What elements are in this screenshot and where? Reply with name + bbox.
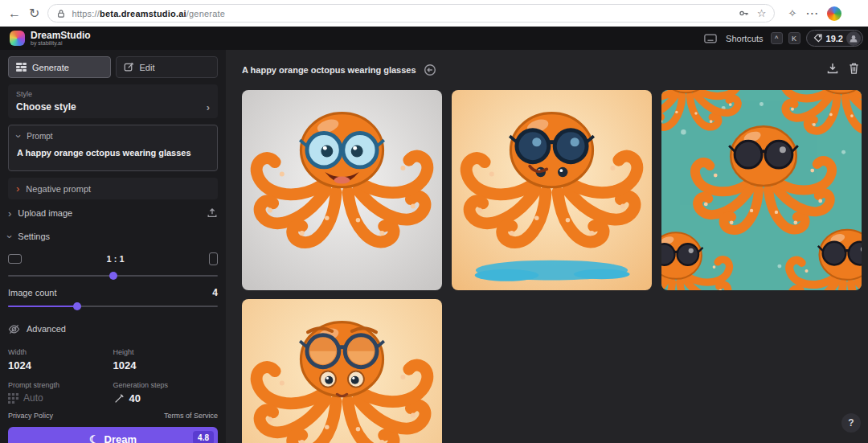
credits-pill[interactable]: 19.2 [806,30,863,47]
image-count-value: 4 [212,287,218,298]
reload-icon[interactable]: ↻ [29,7,39,20]
generated-image-3[interactable] [661,90,862,290]
url-text: https://beta.dreamstudio.ai/generate [72,9,225,18]
advanced-toggle[interactable]: Advanced [8,319,218,338]
privacy-policy-link[interactable]: Privacy Policy [8,412,53,420]
width-label: Width [8,348,113,356]
style-value: Choose style [16,101,76,113]
keyboard-icon [704,34,717,43]
prompt-strength-label: Prompt strength [8,381,113,389]
grid-dots-icon [8,393,18,404]
tab-edit-label: Edit [140,63,155,72]
password-key-icon[interactable] [739,8,749,18]
chevron-right-icon[interactable]: › [16,183,19,194]
negative-prompt-toggle[interactable]: › Negative prompt [8,178,218,199]
delete-icon[interactable] [848,62,860,75]
generation-results: A happy orange octopus wearing glasses [226,50,868,443]
upload-image-label: Upload image [18,208,72,218]
advanced-label: Advanced [27,324,66,334]
address-bar[interactable]: https://beta.dreamstudio.ai/generate ☆ [47,4,775,23]
height-field[interactable]: Height 1024 [113,348,219,371]
upload-image-row[interactable]: › Upload image [8,203,218,223]
lock-icon [56,9,66,18]
prompt-label: Prompt [27,132,52,141]
shortcut-keycap-ctrl: ^ [771,32,783,44]
terms-of-service-link[interactable]: Terms of Service [164,412,218,420]
generation-steps-field[interactable]: Generation steps 40 [113,381,219,404]
brand-block: DreamStudio by stability.ai [31,31,91,47]
tab-generate-label: Generate [32,63,69,72]
generation-steps-label: Generation steps [113,381,219,389]
app-title: DreamStudio [31,31,91,40]
prompt-strength-value[interactable]: Auto [23,392,43,404]
edit-pencil-icon [124,62,134,72]
chevron-down-icon: › [5,235,15,238]
aspect-ratio-value: 1 : 1 [22,254,209,264]
upload-icon[interactable] [207,207,218,219]
shortcuts-label[interactable]: Shortcuts [726,34,763,43]
settings-toggle[interactable]: › Settings [8,227,218,246]
generated-image-4[interactable] [242,299,442,443]
width-value[interactable]: 1024 [8,359,113,371]
aspect-ratio-slider-knob[interactable] [109,272,117,280]
chevron-down-icon[interactable]: › [14,134,24,137]
chevron-right-icon: › [8,208,11,219]
moon-icon: ☾ [89,433,99,443]
image-count-label: Image count [8,288,57,297]
image-count-slider-knob[interactable] [73,302,81,310]
landscape-ratio-icon[interactable] [8,254,22,264]
generated-image-2[interactable] [452,90,652,290]
user-avatar[interactable] [846,31,861,46]
generate-grid-icon [16,63,27,72]
height-value[interactable]: 1024 [113,359,219,371]
credits-tag-icon [813,34,823,43]
tab-edit[interactable]: Edit [116,56,219,78]
app-header: DreamStudio by stability.ai Shortcuts ^ … [0,27,868,50]
extensions-icon[interactable]: ✧ [788,8,796,18]
sidebar: Generate Edit Style Choose style › › Pro… [0,50,226,443]
bookmark-star-icon[interactable]: ☆ [757,8,767,18]
app-subtitle: by stability.ai [31,40,91,47]
image-count-row: Image count 4 [8,285,218,300]
chevron-right-icon: › [207,102,210,113]
generated-image-1[interactable] [242,90,442,290]
portrait-ratio-icon[interactable] [209,252,218,265]
style-picker[interactable]: Style Choose style › [8,84,218,118]
browser-chrome: ← ↻ https://beta.dreamstudio.ai/generate… [0,0,868,27]
dreamstudio-logo[interactable] [10,31,25,46]
dream-cost-badge: 4.8 [193,431,214,443]
negative-prompt-label: Negative prompt [26,184,91,194]
dream-button-label: Dream [104,433,137,443]
generation-steps-value[interactable]: 40 [129,392,141,404]
prompt-strength-field[interactable]: Prompt strength Auto [8,381,113,404]
tab-generate[interactable]: Generate [8,56,111,78]
dream-button[interactable]: ☾ Dream 4.8 [8,427,218,443]
prompt-panel[interactable]: › Prompt A happy orange octopus wearing … [8,125,218,171]
shortcut-keycap-k: K [788,32,800,44]
pen-slider-icon [113,393,125,404]
result-prompt-caption: A happy orange octopus wearing glasses [242,65,416,75]
settings-label: Settings [18,232,50,241]
style-label: Style [16,90,210,98]
prompt-input[interactable]: A happy orange octopus wearing glasses [17,148,209,158]
image-count-slider[interactable] [8,301,218,311]
reuse-prompt-icon[interactable] [424,64,436,76]
eye-off-icon [8,323,20,335]
browser-menu-icon[interactable]: ⋯ [805,7,818,20]
browser-profile-avatar[interactable] [827,6,841,21]
aspect-ratio-slider[interactable] [8,271,218,281]
height-label: Height [113,348,219,356]
credits-value: 19.2 [826,34,843,43]
back-icon[interactable]: ← [8,7,21,20]
aspect-ratio-row: 1 : 1 [8,248,218,269]
width-field[interactable]: Width 1024 [8,348,113,371]
download-icon[interactable] [826,62,839,75]
help-button[interactable]: ? [841,413,861,433]
